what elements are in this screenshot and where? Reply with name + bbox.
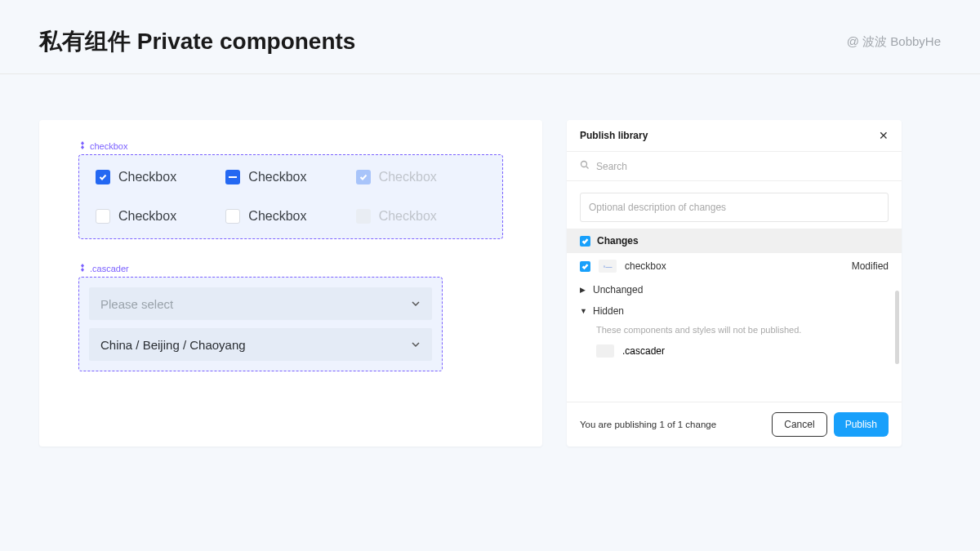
dialog-title: Publish library [580,130,648,141]
checkbox-item[interactable]: Checkbox [356,209,486,224]
checkbox-label: Checkbox [248,170,306,184]
component-label-text: checkbox [90,141,127,151]
cascader-frame[interactable]: Please select China / Beijing / Chaoyang [78,277,443,371]
changes-label: Changes [597,235,639,247]
page-header: 私有组件 Private components @ 波波 BobbyHe [0,0,980,74]
content-area: checkbox Checkbox Checkbox Checkbox [0,74,980,447]
checkbox-label: Checkbox [118,170,176,184]
dialog-header: Publish library ✕ [567,120,902,152]
publish-dialog: Publish library ✕ Search Optional descri… [567,120,902,447]
checkbox-label: Checkbox [248,209,306,224]
checkbox-disabled-icon [356,209,371,224]
checkbox-empty-icon [225,209,240,224]
checkbox-frame[interactable]: Checkbox Checkbox Checkbox Checkbox Chec… [78,154,503,239]
component-icon [78,264,87,273]
author-tag: @ 波波 BobbyHe [847,34,941,50]
component-thumb [596,344,614,358]
hidden-label: Hidden [593,305,624,317]
component-icon [78,141,87,151]
description-placeholder: Optional description of changes [589,202,726,213]
change-item-name: checkbox [625,260,666,272]
description-input[interactable]: Optional description of changes [580,193,889,222]
component-label-checkbox: checkbox [78,141,503,151]
component-label-cascader: .cascader [78,264,503,273]
canvas-panel: checkbox Checkbox Checkbox Checkbox [39,120,542,447]
changes-header[interactable]: Changes [567,229,902,253]
cascader-value: China / Beijing / Chaoyang [100,338,246,352]
unchanged-section[interactable]: ▶ Unchanged [567,279,902,300]
unchanged-label: Unchanged [593,284,643,295]
checkbox-item[interactable]: Checkbox [225,209,355,224]
checkbox-label: Checkbox [118,209,176,224]
checkbox-item[interactable]: Checkbox [96,209,225,224]
checkbox-item[interactable]: Checkbox [356,170,486,184]
caret-right-icon: ▶ [580,286,586,294]
change-item-row[interactable]: ◦— checkbox Modified [567,253,902,279]
check-icon [96,170,110,184]
component-label-text: .cascader [90,264,129,273]
search-row[interactable]: Search [567,152,902,181]
checkbox-icon[interactable] [580,261,590,272]
check-icon [356,170,371,184]
cascader-placeholder: Please select [100,297,173,311]
hidden-item-row[interactable]: .cascader [567,341,902,361]
chevron-down-icon [411,338,421,352]
checkbox-grid: Checkbox Checkbox Checkbox Checkbox Chec… [96,170,486,224]
hidden-note: These components and styles will not be … [567,322,902,341]
change-item-status: Modified [852,260,889,272]
checkbox-label: Checkbox [379,170,437,184]
hidden-section[interactable]: ▼ Hidden [567,300,902,322]
dialog-body: Optional description of changes Changes … [567,181,902,402]
checkbox-item[interactable]: Checkbox [225,170,355,184]
footer-summary: You are publishing 1 of 1 change [580,420,716,429]
component-thumb: ◦— [599,260,617,273]
checkbox-empty-icon [96,209,110,224]
checkbox-icon[interactable] [580,236,590,247]
checkbox-item[interactable]: Checkbox [96,170,225,184]
cascader-select-filled[interactable]: China / Beijing / Chaoyang [89,328,432,361]
search-placeholder: Search [596,161,627,172]
scrollbar[interactable] [895,291,899,364]
publish-button[interactable]: Publish [834,412,889,437]
svg-point-0 [581,162,587,167]
search-icon [580,160,590,172]
page-title: 私有组件 Private components [39,26,355,57]
cancel-button[interactable]: Cancel [772,412,826,437]
caret-down-icon: ▼ [580,307,586,315]
chevron-down-icon [411,297,421,311]
cascader-select-empty[interactable]: Please select [89,287,432,320]
indeterminate-icon [225,170,240,184]
dialog-footer: You are publishing 1 of 1 change Cancel … [567,402,902,447]
checkbox-label: Checkbox [379,209,437,224]
hidden-item-name: .cascader [622,345,665,357]
close-icon[interactable]: ✕ [879,130,889,141]
